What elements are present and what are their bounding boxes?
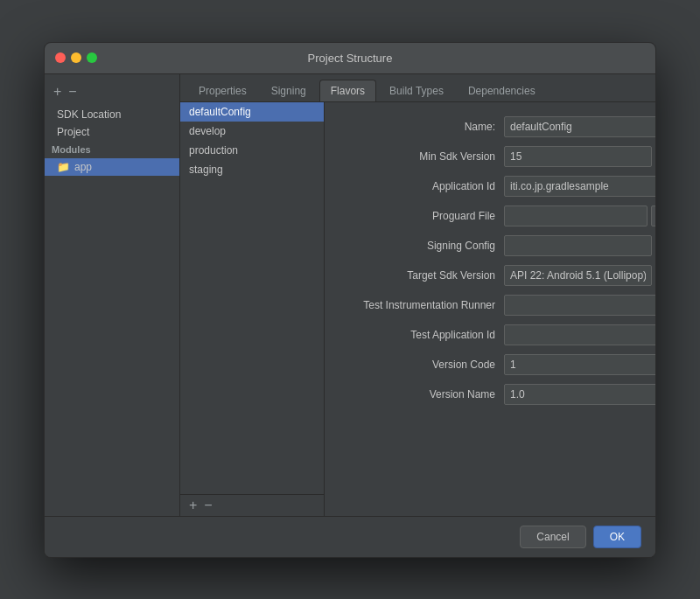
target-sdk-select-wrapper: ▼	[504, 265, 655, 286]
ok-button[interactable]: OK	[593, 526, 641, 548]
input-version-code[interactable]	[504, 354, 655, 375]
footer: Cancel OK	[45, 516, 655, 557]
label-signing-config: Signing Config	[342, 240, 504, 252]
label-proguard: Proguard File	[342, 210, 504, 222]
form-row-target-sdk: Target Sdk Version ▼	[342, 265, 655, 286]
close-button[interactable]	[55, 52, 66, 63]
main-panel: Properties Signing Flavors Build Types D…	[180, 74, 655, 516]
label-test-app-id: Test Application Id	[342, 329, 504, 341]
form-row-version-code: Version Code	[342, 354, 655, 375]
label-version-code: Version Code	[342, 359, 504, 371]
form-row-min-sdk: Min Sdk Version ▼	[342, 146, 655, 167]
maximize-button[interactable]	[87, 52, 97, 63]
form-panel: Name: Min Sdk Version ▼ Application Id	[325, 102, 655, 516]
flavor-item-develop[interactable]: develop	[180, 122, 324, 141]
sidebar-item-app[interactable]: 📁 app	[45, 158, 179, 176]
sdk-location-label: SDK Location	[57, 108, 121, 121]
label-min-sdk: Min Sdk Version	[342, 150, 504, 163]
input-proguard[interactable]	[504, 205, 648, 226]
remove-flavor-button[interactable]: −	[202, 498, 214, 512]
right-section: defaultConfig develop production staging	[180, 102, 655, 516]
min-sdk-select-wrapper: ▼	[504, 146, 655, 167]
flavor-list-panel: defaultConfig develop production staging	[180, 102, 325, 516]
proguard-browse-button[interactable]: ...	[651, 205, 655, 226]
tab-flavors[interactable]: Flavors	[319, 80, 376, 101]
modules-section-label: Modules	[45, 141, 179, 158]
flavor-item-defaultconfig[interactable]: defaultConfig	[180, 102, 324, 122]
form-row-name: Name:	[342, 116, 655, 137]
sidebar-toolbar: + −	[45, 81, 179, 106]
input-test-app-id[interactable]	[504, 324, 655, 345]
minimize-button[interactable]	[71, 52, 81, 63]
tabs-bar: Properties Signing Flavors Build Types D…	[180, 74, 655, 102]
tab-dependencies[interactable]: Dependencies	[457, 80, 547, 101]
flavor-item-production[interactable]: production	[180, 141, 324, 160]
tab-build-types[interactable]: Build Types	[378, 80, 455, 101]
main-window: Project Structure + − SDK Location Proje…	[44, 42, 656, 558]
flavor-item-staging[interactable]: staging	[180, 160, 324, 179]
flavor-toolbar: + −	[180, 494, 324, 516]
input-application-id[interactable]	[504, 176, 655, 197]
cancel-button[interactable]: Cancel	[520, 526, 585, 548]
input-test-runner[interactable]	[504, 295, 655, 316]
window-title: Project Structure	[308, 52, 393, 65]
form-row-test-app-id: Test Application Id	[342, 324, 655, 345]
label-version-name: Version Name	[342, 388, 504, 400]
tab-signing[interactable]: Signing	[260, 80, 318, 101]
add-flavor-button[interactable]: +	[187, 498, 199, 512]
flavor-list: defaultConfig develop production staging	[180, 102, 324, 494]
proguard-input-wrapper: ...	[504, 205, 655, 226]
remove-module-button[interactable]: −	[66, 85, 78, 99]
input-version-name[interactable]	[504, 384, 655, 405]
form-row-version-name: Version Name	[342, 384, 655, 405]
label-name: Name:	[342, 121, 504, 133]
form-row-application-id: Application Id	[342, 176, 655, 197]
title-bar: Project Structure	[45, 43, 655, 74]
form-row-signing-config: Signing Config ▼	[342, 235, 655, 256]
input-name[interactable]	[504, 116, 655, 137]
content-area: + − SDK Location Project Modules 📁 app P…	[45, 74, 655, 516]
form-row-proguard: Proguard File ...	[342, 205, 655, 226]
input-signing-config[interactable]	[504, 235, 652, 256]
label-target-sdk: Target Sdk Version	[342, 269, 504, 282]
input-min-sdk[interactable]	[504, 146, 652, 167]
label-test-runner: Test Instrumentation Runner	[342, 299, 504, 311]
label-application-id: Application Id	[342, 180, 504, 192]
folder-icon: 📁	[57, 161, 70, 173]
app-label: app	[74, 161, 92, 173]
project-label: Project	[57, 126, 89, 138]
signing-config-select-wrapper: ▼	[504, 235, 655, 256]
add-module-button[interactable]: +	[52, 85, 63, 99]
sidebar-item-project[interactable]: Project	[45, 123, 179, 141]
sidebar: + − SDK Location Project Modules 📁 app	[45, 74, 180, 516]
input-target-sdk[interactable]	[504, 265, 652, 286]
traffic-lights	[55, 52, 97, 63]
form-row-test-runner: Test Instrumentation Runner	[342, 295, 655, 316]
sidebar-item-sdk-location[interactable]: SDK Location	[45, 106, 179, 123]
tab-properties[interactable]: Properties	[187, 80, 258, 101]
